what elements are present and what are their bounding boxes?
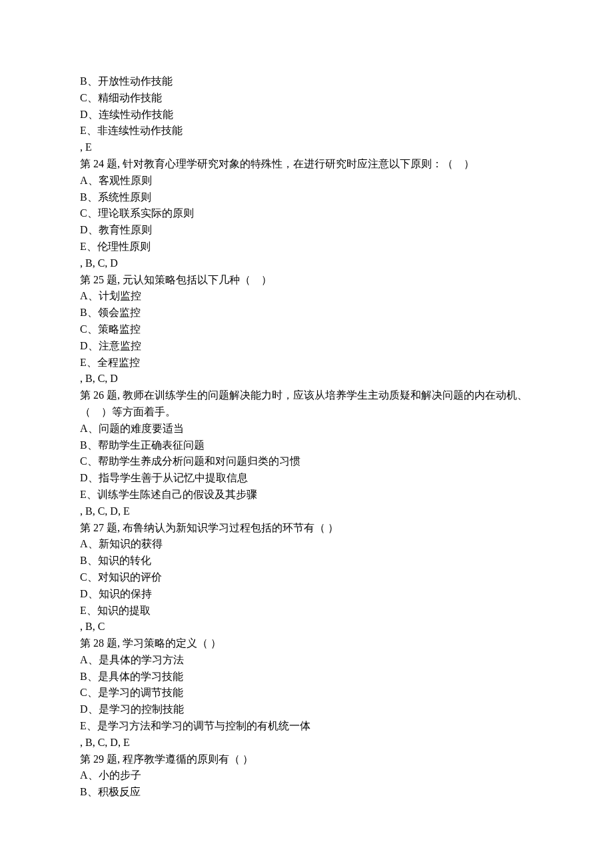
option-text: B、系统性原则	[80, 189, 533, 206]
option-text: C、帮助学生养成分析问题和对问题归类的习惯	[80, 453, 533, 470]
answer-text: , B, C, D, E	[80, 735, 533, 751]
option-text: E、是学习方法和学习的调节与控制的有机统一体	[80, 718, 533, 735]
option-text: E、伦理性原则	[80, 239, 533, 255]
option-text: D、连续性动作技能	[80, 107, 533, 123]
option-text: B、是具体的学习技能	[80, 669, 533, 685]
option-text: B、帮助学生正确表征问题	[80, 437, 533, 454]
option-text: E、知识的提取	[80, 603, 533, 619]
option-text: B、积极反应	[80, 784, 533, 801]
option-text: C、是学习的调节技能	[80, 685, 533, 701]
option-text: A、计划监控	[80, 288, 533, 305]
question-text: 第 29 题, 程序教学遵循的原则有（ ）	[80, 751, 533, 768]
option-text: D、指导学生善于从记忆中提取信息	[80, 470, 533, 487]
question-text: 第 28 题, 学习策略的定义（ ）	[80, 635, 533, 652]
answer-text: , B, C, D, E	[80, 503, 533, 520]
option-text: B、知识的转化	[80, 553, 533, 569]
option-text: E、全程监控	[80, 355, 533, 371]
option-text: E、非连续性动作技能	[80, 123, 533, 139]
option-text: B、领会监控	[80, 305, 533, 321]
question-text: 第 27 题, 布鲁纳认为新知识学习过程包括的环节有（ ）	[80, 520, 533, 537]
question-text: 第 26 题, 教师在训练学生的问题解决能力时，应该从培养学生主动质疑和解决问题…	[80, 387, 533, 421]
option-text: A、新知识的获得	[80, 536, 533, 553]
answer-text: , B, C, D	[80, 255, 533, 272]
option-text: E、训练学生陈述自己的假设及其步骤	[80, 487, 533, 503]
option-text: C、对知识的评价	[80, 569, 533, 586]
option-text: A、客观性原则	[80, 173, 533, 189]
option-text: A、是具体的学习方法	[80, 652, 533, 669]
document-page: B、开放性动作技能 C、精细动作技能 D、连续性动作技能 E、非连续性动作技能 …	[0, 0, 613, 868]
option-text: B、开放性动作技能	[80, 73, 533, 90]
option-text: D、教育性原则	[80, 222, 533, 239]
answer-text: , B, C, D	[80, 371, 533, 387]
answer-text: , E	[80, 139, 533, 156]
option-text: A、小的步子	[80, 767, 533, 784]
option-text: D、注意监控	[80, 338, 533, 355]
option-text: C、策略监控	[80, 321, 533, 338]
option-text: C、精细动作技能	[80, 90, 533, 107]
option-text: D、是学习的控制技能	[80, 701, 533, 718]
answer-text: , B, C	[80, 619, 533, 635]
question-text: 第 25 题, 元认知策略包括以下几种（ ）	[80, 272, 533, 289]
option-text: A、问题的难度要适当	[80, 421, 533, 437]
option-text: C、理论联系实际的原则	[80, 205, 533, 222]
option-text: D、知识的保持	[80, 586, 533, 603]
question-text: 第 24 题, 针对教育心理学研究对象的特殊性，在进行研究时应注意以下原则：（ …	[80, 156, 533, 173]
